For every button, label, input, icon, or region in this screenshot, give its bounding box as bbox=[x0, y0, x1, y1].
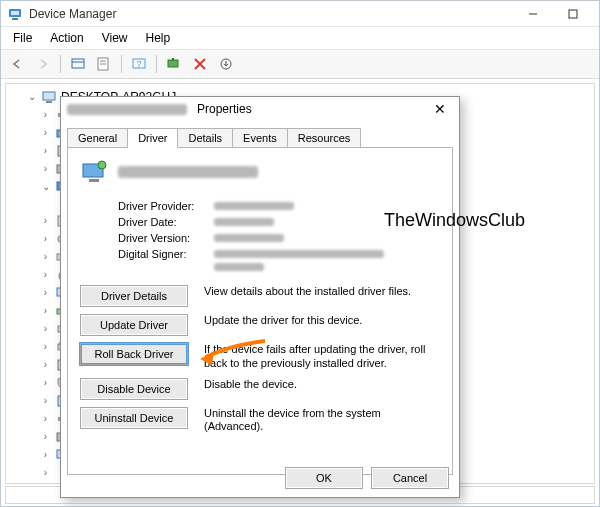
menu-file[interactable]: File bbox=[5, 29, 40, 47]
minimize-button[interactable] bbox=[513, 1, 553, 27]
value-signer-blurred bbox=[214, 250, 384, 258]
show-hidden-button[interactable] bbox=[66, 53, 90, 75]
disable-device-button[interactable]: Disable Device bbox=[80, 378, 188, 400]
tab-resources[interactable]: Resources bbox=[288, 128, 362, 148]
window-title: Device Manager bbox=[29, 7, 513, 21]
forward-button[interactable] bbox=[31, 53, 55, 75]
svg-point-44 bbox=[98, 161, 106, 169]
update-driver-button[interactable]: Update Driver bbox=[80, 314, 188, 336]
tab-events[interactable]: Events bbox=[233, 128, 288, 148]
device-name-blurred bbox=[118, 166, 258, 178]
roll-back-driver-button[interactable]: Roll Back Driver bbox=[80, 343, 188, 365]
menu-action[interactable]: Action bbox=[42, 29, 91, 47]
watermark: TheWindowsClub bbox=[358, 210, 525, 231]
expand-icon[interactable]: ⌄ bbox=[26, 88, 37, 106]
label-signer: Digital Signer: bbox=[118, 248, 214, 260]
titlebar: Device Manager bbox=[1, 1, 599, 27]
value-version-blurred bbox=[214, 234, 284, 242]
svg-rect-13 bbox=[172, 58, 174, 61]
ok-button[interactable]: OK bbox=[285, 467, 363, 489]
uninstall-button[interactable] bbox=[188, 53, 212, 75]
cancel-button[interactable]: Cancel bbox=[371, 467, 449, 489]
label-date: Driver Date: bbox=[118, 216, 214, 228]
update-driver-desc: Update the driver for this device. bbox=[204, 314, 440, 328]
tabstrip: General Driver Details Events Resources bbox=[61, 121, 459, 147]
svg-rect-1 bbox=[11, 11, 19, 15]
svg-rect-4 bbox=[569, 10, 577, 18]
menu-view[interactable]: View bbox=[94, 29, 136, 47]
menubar: File Action View Help bbox=[1, 27, 599, 50]
value-provider-blurred bbox=[214, 202, 294, 210]
label-version: Driver Version: bbox=[118, 232, 214, 244]
driver-details-button[interactable]: Driver Details bbox=[80, 285, 188, 307]
properties-button[interactable] bbox=[92, 53, 116, 75]
tab-driver[interactable]: Driver bbox=[128, 128, 178, 148]
driver-details-desc: View details about the installed driver … bbox=[204, 285, 440, 299]
computer-icon bbox=[41, 89, 57, 105]
uninstall-device-desc: Uninstall the device from the system (Ad… bbox=[204, 407, 440, 435]
svg-rect-18 bbox=[46, 101, 52, 103]
device-icon bbox=[80, 158, 108, 186]
roll-back-driver-desc: If the device fails after updating the d… bbox=[204, 343, 440, 371]
value-signer-blurred-2 bbox=[214, 263, 264, 271]
uninstall-device-button[interactable]: Uninstall Device bbox=[80, 407, 188, 429]
watermark-text: TheWindowsClub bbox=[384, 210, 525, 231]
svg-text:?: ? bbox=[136, 59, 141, 69]
tab-details[interactable]: Details bbox=[178, 128, 233, 148]
scan-button[interactable] bbox=[162, 53, 186, 75]
dialog-title-suffix: Properties bbox=[197, 102, 427, 116]
disable-device-desc: Disable the device. bbox=[204, 378, 440, 392]
tab-driver-page: Driver Provider: Driver Date: Driver Ver… bbox=[67, 147, 453, 475]
watermark-logo-icon bbox=[358, 211, 378, 231]
app-icon bbox=[7, 6, 23, 22]
close-button[interactable]: ✕ bbox=[427, 99, 453, 119]
update-button[interactable] bbox=[214, 53, 238, 75]
tab-general[interactable]: General bbox=[67, 128, 128, 148]
menu-help[interactable]: Help bbox=[138, 29, 179, 47]
svg-rect-12 bbox=[168, 60, 178, 67]
svg-rect-43 bbox=[89, 179, 99, 182]
svg-rect-5 bbox=[72, 59, 84, 68]
maximize-button[interactable] bbox=[553, 1, 593, 27]
svg-rect-2 bbox=[12, 18, 18, 20]
properties-dialog: Properties ✕ General Driver Details Even… bbox=[60, 96, 460, 498]
label-provider: Driver Provider: bbox=[118, 200, 214, 212]
help-button[interactable]: ? bbox=[127, 53, 151, 75]
dialog-titlebar: Properties ✕ bbox=[61, 97, 459, 121]
toolbar: ? bbox=[1, 50, 599, 79]
value-date-blurred bbox=[214, 218, 274, 226]
expand-icon[interactable]: › bbox=[40, 106, 51, 124]
back-button[interactable] bbox=[5, 53, 29, 75]
svg-rect-17 bbox=[43, 92, 55, 100]
